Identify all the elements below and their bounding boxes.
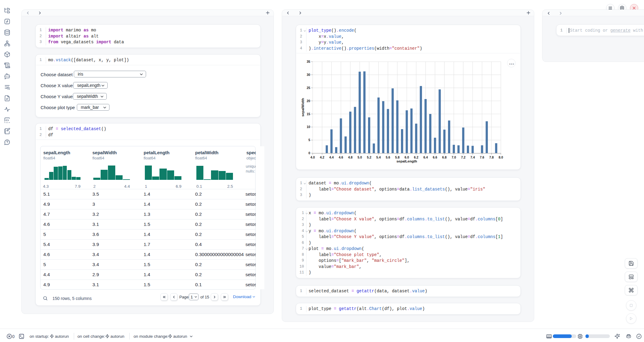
svg-text:8.0: 8.0 [499,155,503,159]
svg-text:4.4: 4.4 [329,155,334,159]
svg-text:10: 10 [307,125,310,129]
svg-text:sepalLength: sepalLength [396,159,417,163]
svg-text:6.0: 6.0 [405,155,409,159]
svg-text:7.8: 7.8 [489,155,494,159]
svg-text:5.2: 5.2 [367,155,371,159]
svg-text:20: 20 [307,99,310,103]
svg-text:4.8: 4.8 [348,155,352,159]
svg-text:5.0: 5.0 [357,155,362,159]
svg-text:25: 25 [307,86,310,90]
svg-text:7.6: 7.6 [480,155,485,159]
svg-text:6.8: 6.8 [442,155,447,159]
svg-text:5.6: 5.6 [386,155,390,159]
svg-text:6.2: 6.2 [414,155,419,159]
svg-text:4.0: 4.0 [310,155,315,159]
svg-text:0: 0 [309,151,310,155]
svg-text:6.6: 6.6 [433,155,437,159]
svg-text:5: 5 [309,138,310,142]
svg-text:5.4: 5.4 [376,155,381,159]
svg-text:sepalWidth: sepalWidth [301,98,305,116]
svg-text:7.2: 7.2 [461,155,466,159]
svg-text:4.2: 4.2 [320,155,324,159]
svg-text:7.0: 7.0 [452,155,456,159]
svg-text:7.4: 7.4 [470,155,475,159]
svg-text:6.4: 6.4 [423,155,428,159]
svg-text:35: 35 [307,60,310,63]
svg-text:4.6: 4.6 [339,155,343,159]
svg-text:15: 15 [307,112,310,116]
svg-text:30: 30 [307,73,310,77]
svg-text:5.8: 5.8 [395,155,400,159]
